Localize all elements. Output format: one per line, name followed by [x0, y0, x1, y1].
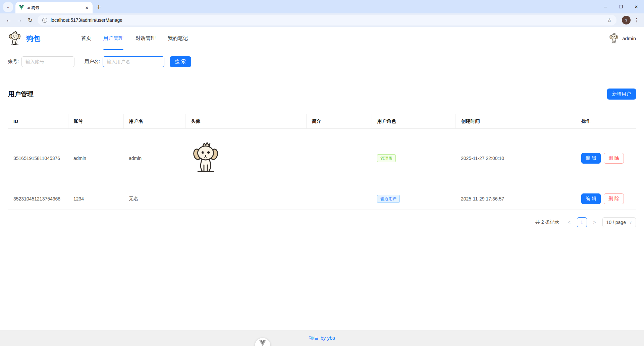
cell-actions: 编 辑删 除: [576, 129, 636, 188]
vue-devtools-icon: [259, 340, 266, 346]
browser-menu-icon[interactable]: ⋮: [633, 17, 641, 23]
username-input[interactable]: [103, 56, 164, 67]
cell-avatar: [185, 188, 306, 210]
close-window-button[interactable]: ✕: [629, 0, 644, 13]
cell-id: 351651915811045376: [8, 129, 68, 188]
delete-button[interactable]: 删 除: [604, 193, 624, 204]
user-table: ID账号用户名头像简介用户角色创建时间操作 351651915811045376…: [8, 114, 636, 210]
window-controls: ─ ❐ ✕: [598, 0, 644, 13]
cell-created: 2025-11-27 22:00:10: [455, 129, 576, 188]
edit-button[interactable]: 编 辑: [581, 193, 601, 204]
next-page-icon[interactable]: >: [590, 220, 599, 225]
role-badge: 普通用户: [377, 195, 400, 203]
table-row: 351651915811045376adminadmin 管理员2025-11-…: [8, 129, 636, 188]
page-size-select[interactable]: 10 / page ∨: [602, 217, 636, 227]
tab-title: ai-狗包: [27, 5, 84, 11]
app-header: 狗包 首页用户管理对话管理我的笔记 admin: [0, 27, 644, 50]
minimize-button[interactable]: ─: [598, 0, 613, 13]
search-button[interactable]: 搜 索: [170, 56, 191, 67]
column-header: 创建时间: [455, 114, 576, 129]
cell-avatar: [185, 129, 306, 188]
restore-button[interactable]: ❐: [613, 0, 629, 13]
cell-intro: [306, 129, 372, 188]
forward-button[interactable]: →: [14, 15, 25, 25]
column-header: 头像: [185, 114, 306, 129]
nav-item-active[interactable]: 用户管理: [103, 27, 123, 50]
vue-favicon-icon: [19, 5, 24, 10]
pagination: 共 2 条记录 < 1 > 10 / page ∨: [8, 217, 636, 227]
back-button[interactable]: ←: [3, 15, 14, 25]
cell-actions: 编 辑删 除: [576, 188, 636, 210]
browser-profile-avatar[interactable]: s: [622, 16, 631, 24]
header-user-area[interactable]: admin: [609, 33, 636, 44]
account-label: 账号:: [8, 59, 19, 65]
url-text[interactable]: localhost:5173/admin/userManage: [51, 17, 607, 23]
cell-role: 管理员: [372, 129, 455, 188]
nav-item-link[interactable]: 我的笔记: [168, 27, 188, 50]
column-header: 简介: [306, 114, 372, 129]
account-input[interactable]: [21, 56, 74, 67]
delete-button[interactable]: 删 除: [604, 153, 624, 164]
cell-role: 普通用户: [372, 188, 455, 210]
footer-link[interactable]: 项目 by ybs: [309, 335, 335, 341]
username-label: 用户名:: [85, 59, 100, 65]
bookmark-star-icon[interactable]: ☆: [607, 17, 612, 23]
table-header-row: ID账号用户名头像简介用户角色创建时间操作: [8, 114, 636, 129]
page-size-value: 10 / page: [606, 220, 626, 225]
new-tab-button[interactable]: +: [97, 3, 101, 11]
reload-button[interactable]: ↻: [25, 15, 36, 25]
app-logo[interactable]: [8, 31, 21, 46]
search-bar: 账号: 用户名: 搜 索: [0, 50, 644, 67]
brand-name[interactable]: 狗包: [26, 34, 40, 43]
user-avatar[interactable]: [609, 33, 619, 44]
add-user-button[interactable]: 新增用户: [607, 89, 636, 100]
browser-tab[interactable]: ai-狗包 ✕: [15, 2, 93, 13]
user-name: admin: [622, 36, 636, 41]
edit-button[interactable]: 编 辑: [581, 153, 601, 164]
column-header: 用户角色: [372, 114, 455, 129]
browser-tabstrip: ⌄ ai-狗包 ✕ + ─ ❐ ✕: [0, 0, 644, 13]
table-row: 3523104512137543681234无名普通用户2025-11-29 1…: [8, 188, 636, 210]
page-footer: 项目 by ybs: [0, 330, 644, 346]
column-header: 账号: [68, 114, 123, 129]
tab-close-icon[interactable]: ✕: [84, 5, 90, 11]
tab-search-button[interactable]: ⌄: [3, 2, 13, 12]
cell-created: 2025-11-29 17:36:57: [455, 188, 576, 210]
cell-intro: [306, 188, 372, 210]
page-title: 用户管理: [8, 90, 34, 99]
address-bar[interactable]: i localhost:5173/admin/userManage ☆: [38, 15, 616, 25]
cell-username: 无名: [123, 188, 185, 210]
prev-page-icon[interactable]: <: [565, 220, 574, 225]
column-header: 用户名: [123, 114, 185, 129]
chevron-down-icon: ⌄: [6, 5, 10, 9]
cell-id: 352310451213754368: [8, 188, 68, 210]
browser-toolbar: ← → ↻ i localhost:5173/admin/userManage …: [0, 13, 644, 27]
nav-item-link[interactable]: 对话管理: [136, 27, 156, 50]
record-count: 共 2 条记录: [535, 219, 559, 225]
column-header: 操作: [576, 114, 636, 129]
row-avatar: [191, 141, 301, 175]
table-body: 351651915811045376adminadmin 管理员2025-11-…: [8, 129, 636, 210]
column-header: ID: [8, 114, 68, 129]
cell-account: 1234: [68, 188, 123, 210]
chevron-down-icon: ∨: [629, 220, 632, 225]
nav-item-link[interactable]: 首页: [81, 27, 91, 50]
main-content: 用户管理 新增用户 ID账号用户名头像简介用户角色创建时间操作 35165191…: [0, 89, 644, 227]
cell-account: admin: [68, 129, 123, 188]
main-nav: 首页用户管理对话管理我的笔记: [81, 27, 188, 50]
cell-username: admin: [123, 129, 185, 188]
site-info-icon[interactable]: i: [42, 18, 47, 23]
role-badge: 管理员: [377, 154, 396, 162]
page-number[interactable]: 1: [577, 217, 587, 227]
